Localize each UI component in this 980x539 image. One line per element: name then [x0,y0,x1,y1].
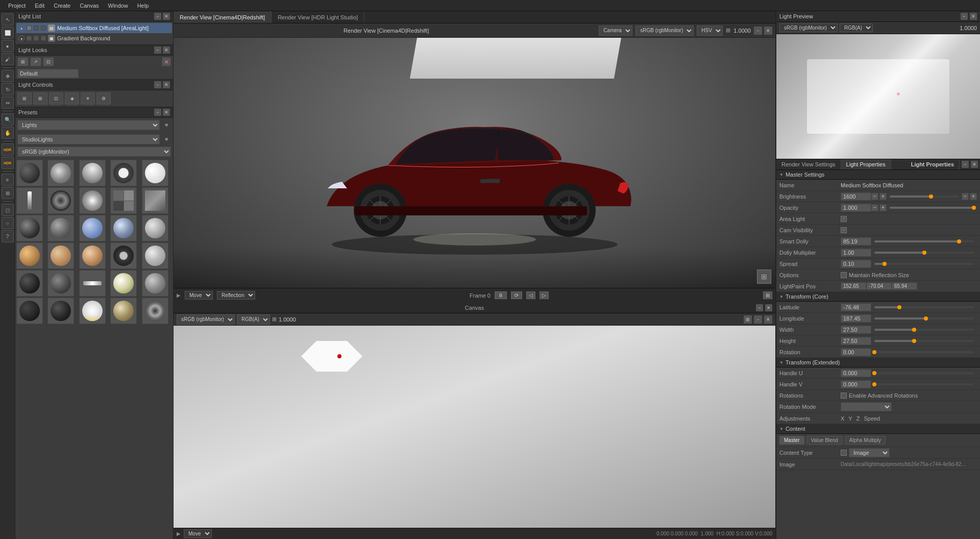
lp-dolly-multiplier-slider[interactable] [874,252,974,254]
lp-dolly-multiplier-input[interactable] [841,249,871,257]
tool-shape3[interactable]: ? [2,230,14,242]
ctrl-btn-2[interactable]: ⊞ [33,92,47,105]
lp-opacity-minus[interactable]: − [871,204,878,211]
preset-item-6[interactable] [47,187,74,214]
viewport-cube[interactable]: ⊞ [757,270,771,284]
lp-brightness-plus2[interactable]: + [970,193,977,200]
lp-brightness-plus[interactable]: + [879,193,887,200]
lp-spread-input[interactable] [841,260,871,268]
preview-colorprofile-select[interactable]: sRGB (rgbMonitor) [779,23,838,32]
tool-hdr2[interactable]: HDR [2,157,14,169]
preset-item-2[interactable] [79,160,106,186]
presets-favorite-btn[interactable]: ♥ [162,120,171,130]
preset-item-26[interactable] [47,298,74,324]
render-prev-btn[interactable]: ◁ [526,291,535,299]
preset-item-14[interactable] [142,215,168,241]
canvas-minimize2[interactable]: − [754,315,762,324]
lp-opacity-plus[interactable]: + [879,204,887,211]
lp-lightpaint-y-input[interactable] [866,282,892,290]
lp-smart-dolly-slider[interactable] [874,240,974,242]
preset-item-23[interactable] [110,270,137,297]
lp-latitude-slider[interactable] [874,306,974,308]
preset-item-8[interactable] [110,187,137,214]
preset-item-22[interactable] [79,270,106,297]
menu-create[interactable]: Create [50,2,75,10]
lp-transform-ext-header[interactable]: ▼ Transform (Extended) [776,358,980,368]
preset-item-24[interactable] [142,270,168,297]
preset-item-19[interactable] [142,242,168,269]
tool-zoom[interactable]: 🔍 [2,113,14,126]
lp-handle-u-input[interactable] [841,369,871,377]
tool-select[interactable]: ⬜ [2,27,14,39]
preset-item-12[interactable] [79,215,106,241]
preset-item-0[interactable] [16,160,43,186]
light-controls-minimize[interactable]: − [154,81,161,88]
menu-edit[interactable]: Edit [31,2,48,10]
render-colorspace-select[interactable]: HSV [697,26,723,36]
preset-item-16[interactable] [47,242,74,269]
preset-item-9[interactable] [142,187,168,214]
preset-item-18[interactable] [110,242,137,269]
looks-btn-2[interactable]: ↗ [30,57,41,66]
lp-content-header[interactable]: ▼ Content [776,424,980,434]
preset-item-13[interactable] [110,215,137,241]
preset-item-3[interactable] [110,160,137,186]
tool-grid[interactable]: ⊞ [2,187,14,199]
canvas-close[interactable]: ✕ [765,304,772,311]
content-tab-blend[interactable]: Value Blend [806,436,843,445]
presets-close[interactable]: ✕ [163,109,170,116]
light-list-item-1[interactable]: ● ▦ Gradient Background [16,33,172,43]
preset-item-4[interactable] [142,160,168,186]
canvas-colorprofile-select[interactable]: sRGB (rgbMonitor) [177,314,235,325]
canvas-expand[interactable]: ⊞ [744,315,752,324]
preset-item-21[interactable] [47,270,74,297]
canvas-minimize[interactable]: − [756,304,763,311]
preset-item-28[interactable] [110,298,137,324]
tool-shape1[interactable]: ◻ [2,204,14,216]
tool-hdr[interactable]: HDR [2,143,14,156]
preset-item-1[interactable] [47,160,74,186]
tool-arrow[interactable]: ↖ [2,13,14,26]
preview-colorspace-select[interactable]: RGB(A) [840,23,873,32]
lp-content-type-checkbox[interactable] [841,450,847,456]
presets-minimize[interactable]: − [154,109,161,116]
looks-btn-close[interactable]: ✕ [162,57,171,66]
tool-scale[interactable]: ⇔ [2,96,14,109]
lp-area-light-checkbox[interactable]: ✓ [841,216,847,222]
lp-handle-v-input[interactable] [841,380,871,388]
lp-minimize[interactable]: − [962,161,969,168]
menu-window[interactable]: Window [104,2,132,10]
light-looks-close[interactable]: ✕ [163,46,170,54]
render-play-btn[interactable]: ⟳ [511,291,522,299]
preset-item-29[interactable] [142,298,168,324]
lp-height-slider[interactable] [874,340,974,342]
preset-item-17[interactable] [79,242,106,269]
preset-item-20[interactable] [16,270,43,297]
lp-width-input[interactable] [841,326,871,334]
render-reflection-select[interactable]: Reflection [217,291,255,300]
looks-name-input[interactable] [17,69,79,78]
looks-btn-3[interactable]: ⊡ [43,57,54,66]
lp-handle-v-slider[interactable] [874,383,974,385]
lp-master-settings-header[interactable]: ▼ Master Settings [776,170,980,180]
tool-shape2[interactable]: ○ [2,217,14,229]
render-pause-btn[interactable]: ⏸ [495,291,507,299]
ctrl-btn-5[interactable]: ☀ [81,92,95,105]
preset-item-7[interactable] [79,187,106,214]
lp-lightpaint-z-input[interactable] [892,282,917,290]
preset-item-5[interactable] [16,187,43,214]
preset-item-25[interactable] [16,298,43,324]
render-colorprofile-select[interactable]: sRGB (rgbMonitor) [635,26,694,36]
tool-paint[interactable]: 🖌 [2,53,14,65]
lp-rotation-input[interactable] [841,348,871,356]
lp-brightness-minus[interactable]: − [871,193,878,200]
lp-longitude-slider[interactable] [874,317,974,320]
item-eye-1[interactable]: ● [18,35,24,41]
canvas-close2[interactable]: ✕ [764,315,772,324]
light-list-close[interactable]: ✕ [163,13,170,20]
lp-brightness-input[interactable] [841,192,871,201]
lp-width-slider[interactable] [874,329,974,331]
preset-item-10[interactable] [16,215,43,241]
tool-move[interactable]: ✥ [2,70,14,82]
lp-rotation-mode-select[interactable] [841,402,892,411]
